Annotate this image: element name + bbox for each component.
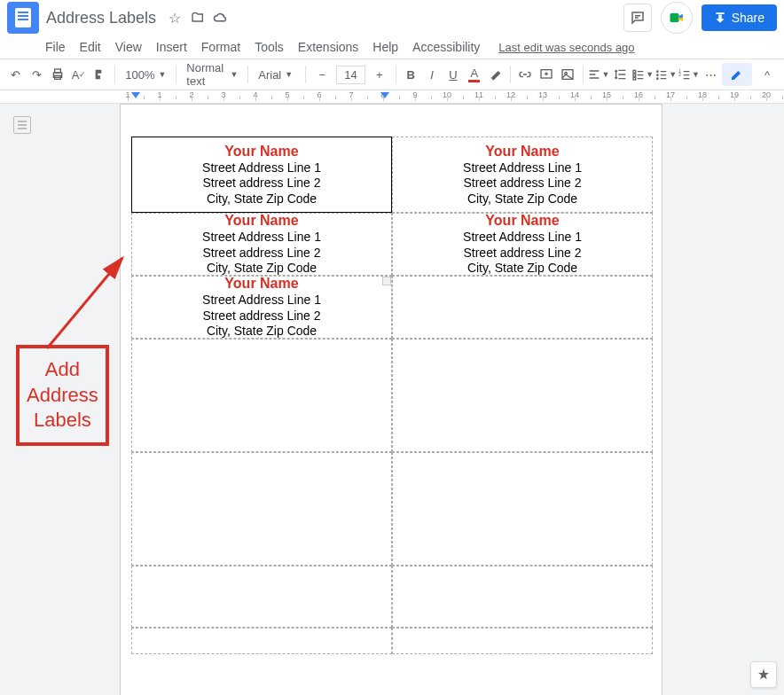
svg-point-11 xyxy=(657,71,658,72)
svg-rect-10 xyxy=(633,77,636,80)
svg-line-16 xyxy=(47,258,122,348)
editing-mode-button[interactable] xyxy=(722,63,752,86)
label-line2: Street address Line 2 xyxy=(202,176,320,191)
fontsize-decrease[interactable]: − xyxy=(310,63,333,86)
label-line1: Street Address Line 1 xyxy=(202,230,321,246)
comments-button[interactable] xyxy=(623,4,652,32)
callout-text: Labels xyxy=(27,408,98,433)
label-name: Your Name xyxy=(224,212,298,230)
link-button[interactable] xyxy=(515,63,536,86)
label-line3: City, State Zip Code xyxy=(207,324,317,340)
document-title[interactable]: Address Labels xyxy=(46,9,156,27)
label-line2: Street address Line 2 xyxy=(202,246,320,262)
spellcheck-button[interactable]: A✓ xyxy=(69,63,90,86)
font-select[interactable]: Arial▼ xyxy=(253,63,301,86)
label-line1: Street Address Line 1 xyxy=(202,293,321,308)
docs-icon[interactable] xyxy=(7,2,39,34)
menu-help[interactable]: Help xyxy=(366,38,404,56)
menu-format[interactable]: Format xyxy=(195,38,247,56)
add-comment-button[interactable] xyxy=(537,63,557,86)
label-cell[interactable] xyxy=(392,452,653,566)
svg-rect-0 xyxy=(670,13,678,22)
fontsize-increase[interactable]: + xyxy=(368,63,391,86)
hide-menus-button[interactable]: ^ xyxy=(756,63,779,86)
svg-rect-8 xyxy=(633,70,636,73)
label-cell[interactable]: Your Name Street Address Line 1 Street a… xyxy=(131,137,392,213)
menu-extensions[interactable]: Extensions xyxy=(292,38,365,56)
fontsize-control[interactable]: − 14 + xyxy=(310,63,390,86)
document-page[interactable]: Your Name Street Address Line 1 Street a… xyxy=(120,104,662,695)
svg-text:2: 2 xyxy=(678,73,681,77)
callout-text: Address xyxy=(27,383,98,409)
label-cell[interactable] xyxy=(131,566,392,628)
underline-button[interactable]: U xyxy=(443,63,463,86)
share-label: Share xyxy=(732,11,764,25)
explore-button[interactable] xyxy=(750,661,777,688)
menu-file[interactable]: File xyxy=(39,38,72,56)
undo-button[interactable]: ↶ xyxy=(5,63,26,86)
label-line3: City, State Zip Code xyxy=(207,261,317,277)
label-line1: Street Address Line 1 xyxy=(202,160,321,176)
last-edit-link[interactable]: Last edit was seconds ago xyxy=(498,41,634,54)
label-name: Your Name xyxy=(224,275,298,293)
fontsize-value[interactable]: 14 xyxy=(336,66,365,84)
label-line3: City, State Zip Code xyxy=(207,191,317,207)
paint-format-button[interactable] xyxy=(90,63,111,86)
label-cell[interactable] xyxy=(131,628,392,654)
menu-accessibility[interactable]: Accessibility xyxy=(406,38,486,56)
cloud-icon[interactable] xyxy=(213,10,229,26)
document-canvas: Your Name Street Address Line 1 Street a… xyxy=(0,104,784,695)
style-select[interactable]: Normal text▼ xyxy=(181,63,243,86)
menu-tools[interactable]: Tools xyxy=(248,38,290,56)
label-cell[interactable]: Your Name Street Address Line 1 Street a… xyxy=(392,137,653,213)
menu-edit[interactable]: Edit xyxy=(74,38,107,56)
label-name: Your Name xyxy=(485,143,559,160)
italic-button[interactable]: I xyxy=(422,63,443,86)
titlebar: Address Labels ☆ Share xyxy=(0,0,784,35)
label-cell[interactable] xyxy=(131,339,392,452)
more-button[interactable]: ⋯ xyxy=(701,63,721,86)
label-line2: Street address Line 2 xyxy=(202,308,320,324)
svg-point-12 xyxy=(657,74,658,75)
annotation-callout: Add Address Labels xyxy=(16,345,109,446)
label-cell[interactable] xyxy=(392,628,653,654)
label-table: Your Name Street Address Line 1 Street a… xyxy=(131,137,653,654)
highlight-button[interactable] xyxy=(485,63,506,86)
label-cell[interactable] xyxy=(392,276,653,339)
horizontal-ruler[interactable]: 1123456789101112131415161718192021 xyxy=(0,90,784,104)
menu-view[interactable]: View xyxy=(109,38,148,56)
line-spacing-button[interactable] xyxy=(610,63,631,86)
label-cell[interactable] xyxy=(392,339,653,452)
label-line3: City, State Zip Code xyxy=(467,261,577,277)
svg-point-13 xyxy=(657,78,658,79)
star-icon[interactable]: ☆ xyxy=(167,10,183,26)
bullet-list-button[interactable]: ▼ xyxy=(655,63,677,86)
align-button[interactable]: ▼ xyxy=(587,63,609,86)
menu-insert[interactable]: Insert xyxy=(150,38,193,56)
svg-rect-3 xyxy=(55,69,61,73)
redo-button[interactable]: ↷ xyxy=(27,63,47,86)
label-cell[interactable]: Your Name Street Address Line 1 Street a… xyxy=(131,213,392,276)
bold-button[interactable]: B xyxy=(401,63,421,86)
annotation-arrow xyxy=(43,251,131,357)
label-cell[interactable] xyxy=(131,452,392,566)
move-icon[interactable] xyxy=(190,10,206,26)
outline-button[interactable] xyxy=(13,116,31,134)
label-cell[interactable] xyxy=(392,566,653,628)
cell-menu-icon[interactable] xyxy=(382,277,391,285)
numbered-list-button[interactable]: 12▼ xyxy=(678,63,700,86)
print-button[interactable] xyxy=(48,63,68,86)
menubar: File Edit View Insert Format Tools Exten… xyxy=(0,35,784,59)
image-button[interactable] xyxy=(558,63,578,86)
checklist-button[interactable]: ▼ xyxy=(631,63,654,86)
text-color-button[interactable]: A xyxy=(464,63,484,86)
svg-rect-1 xyxy=(716,12,724,14)
meet-button[interactable] xyxy=(661,2,693,34)
label-cell[interactable]: Your Name Street Address Line 1 Street a… xyxy=(392,213,653,276)
zoom-select[interactable]: 100%▼ xyxy=(120,63,171,86)
label-cell[interactable]: Your Name Street Address Line 1 Street a… xyxy=(131,276,392,339)
share-button[interactable]: Share xyxy=(702,4,777,31)
toolbar: ↶ ↷ A✓ 100%▼ Normal text▼ Arial▼ − 14 + … xyxy=(0,59,784,90)
callout-text: Add xyxy=(27,357,98,383)
label-line1: Street Address Line 1 xyxy=(463,160,582,176)
